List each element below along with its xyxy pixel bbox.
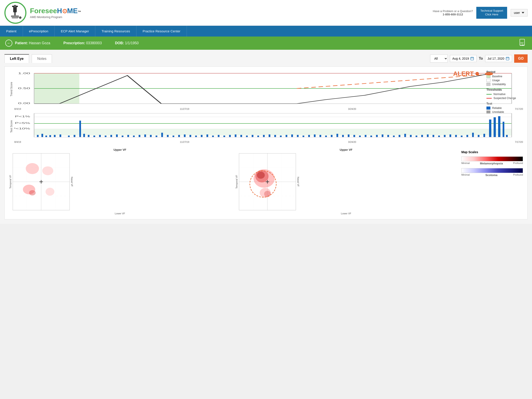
map-scales-title: Map Scales [461, 150, 523, 154]
calendar-icon-to [506, 57, 510, 61]
map1-title: Upper VF [9, 148, 231, 152]
metamorphopsia-gradient [461, 157, 523, 161]
map2-title: Upper VF [235, 148, 457, 152]
svg-point-160 [264, 191, 271, 197]
maps-section: Upper VF Temporal VF [9, 148, 523, 215]
nav-patient[interactable]: Patient [0, 26, 23, 37]
filter-dropdown[interactable]: All [430, 55, 448, 63]
temporal-vf-label-2: Temporal VF [235, 175, 238, 189]
svg-rect-114 [455, 135, 457, 137]
tab-notes[interactable]: Notes [32, 54, 52, 63]
svg-rect-100 [376, 135, 378, 137]
test-score-row: Test Score P<1% P<5% P<10% [9, 113, 523, 140]
svg-rect-95 [348, 134, 349, 137]
svg-rect-48 [83, 134, 85, 137]
dob-field: DOB: 1/1/1950 [115, 41, 139, 45]
svg-rect-88 [308, 135, 310, 137]
nav-practice-resource-center[interactable]: Practice Resource Center [136, 26, 187, 37]
svg-rect-5 [12, 17, 18, 19]
svg-text:P<10%: P<10% [14, 127, 30, 130]
svg-rect-70 [206, 134, 208, 137]
svg-rect-55 [122, 136, 123, 137]
nav-eprescription[interactable]: ePrescription [23, 26, 55, 37]
svg-rect-121 [494, 117, 496, 137]
svg-rect-117 [472, 133, 474, 137]
svg-rect-65 [178, 135, 180, 137]
svg-rect-123 [503, 122, 505, 137]
svg-rect-107 [416, 136, 417, 137]
x-label-0: 8/4/19 [14, 108, 21, 110]
svg-rect-61 [156, 136, 157, 137]
metamorphopsia-bar-row [461, 157, 523, 161]
nasal-vf-label-1: Nasal VF [71, 177, 73, 187]
support-btn-line1: Technical Support [480, 9, 503, 13]
svg-rect-113 [450, 134, 451, 137]
tab-left-eye[interactable]: Left Eye [4, 54, 29, 63]
svg-rect-62 [161, 133, 163, 137]
metamorphopsia-extremes: Minimal Metamorphopsia Profound [461, 162, 523, 165]
user-dropdown[interactable]: user [511, 9, 528, 17]
svg-rect-105 [404, 134, 406, 137]
svg-rect-119 [483, 134, 485, 137]
from-date-input[interactable]: Aug 4, 2019 [450, 55, 477, 62]
scotoma-scale-row: Minimal Scotoma Profound [461, 168, 523, 177]
map-scales: Map Scales Minimal Metamorphopsia Profou… [461, 150, 523, 180]
svg-rect-57 [133, 136, 135, 137]
test-score-y-label: Test Score [9, 113, 14, 140]
svg-rect-69 [201, 135, 203, 137]
svg-rect-91 [325, 136, 327, 137]
patient-info: Patient: Hassan Goza Prescription: 03380… [15, 41, 519, 45]
svg-rect-3 [14, 12, 16, 16]
svg-rect-84 [286, 135, 287, 137]
trend-score-chart: 1.00 0.50 0.00 [14, 71, 523, 107]
test-x-label-3: 7/17/20 [515, 141, 523, 143]
svg-rect-122 [498, 116, 500, 137]
brand-fore: Foresee [30, 7, 57, 15]
svg-rect-81 [269, 134, 271, 137]
svg-rect-51 [99, 135, 101, 137]
svg-rect-74 [229, 135, 231, 137]
from-date-value: Aug 4, 2019 [452, 57, 469, 60]
scotoma-gradient [461, 168, 523, 173]
nav-ecp-alert-manager[interactable]: ECP Alert Manager [55, 26, 95, 37]
test-x-axis: 8/4/19 11/27/19 3/24/20 7/17/20 [14, 140, 523, 144]
map2-container: Upper VF Temporal VF [235, 148, 457, 215]
trend-score-y-label: Trend Score [9, 71, 14, 107]
patient-name-field: Patient: Hassan Goza [15, 41, 50, 45]
svg-rect-118 [478, 135, 480, 137]
nav-training-resources[interactable]: Training Resources [95, 26, 136, 37]
brand-sub: AMD Monitoring Program [30, 15, 81, 19]
test-x-label-0: 8/4/19 [14, 141, 21, 143]
svg-rect-68 [195, 136, 197, 137]
pdf-icon[interactable]: PDF [519, 39, 527, 48]
svg-rect-89 [314, 134, 316, 137]
svg-rect-58 [139, 135, 140, 137]
svg-rect-115 [461, 136, 463, 137]
svg-rect-103 [393, 136, 395, 137]
support-btn-line2: Click Here [480, 13, 503, 17]
svg-rect-54 [116, 134, 118, 137]
test-x-label-2: 3/24/20 [348, 141, 356, 143]
to-date-input[interactable]: Jul 17, 2020 [485, 55, 512, 62]
technical-support-button[interactable]: Technical Support Click Here [476, 7, 507, 19]
svg-rect-85 [291, 134, 293, 137]
svg-rect-37 [34, 129, 512, 136]
back-button[interactable]: ← [5, 40, 12, 47]
svg-rect-46 [74, 135, 76, 137]
svg-rect-75 [235, 134, 236, 137]
metamorphopsia-max: Profound [513, 162, 523, 165]
svg-rect-83 [280, 136, 282, 137]
svg-rect-40 [41, 134, 43, 137]
svg-rect-87 [303, 136, 304, 137]
patient-name: Hassan Goza [29, 41, 50, 45]
svg-rect-111 [438, 136, 440, 137]
pdf-download-icon: PDF [519, 39, 527, 47]
trend-score-row: Trend Score 1.00 0.50 0.00 [9, 71, 523, 107]
test-chart-svg: P<1% P<5% P<10% [14, 113, 523, 139]
go-button[interactable]: GO [514, 54, 528, 63]
trend-x-axis: 8/4/19 11/27/19 3/24/20 7/17/20 [14, 107, 523, 111]
tab-filter-row: Left Eye Notes All Aug 4, 2019 To Jul 17… [4, 54, 528, 63]
svg-rect-94 [342, 135, 344, 137]
metamorphopsia-center-label: Metamorphopsia [480, 162, 503, 165]
support-phone: 1-855-600-3112 [433, 13, 473, 16]
